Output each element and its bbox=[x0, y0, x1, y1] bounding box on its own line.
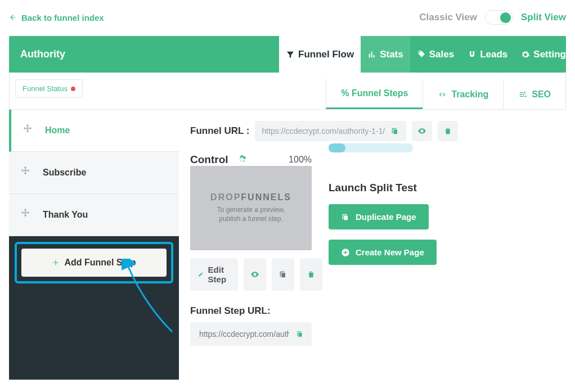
eye-icon bbox=[250, 270, 259, 279]
back-label: Back to funnel index bbox=[21, 13, 104, 22]
delete-step-button[interactable] bbox=[300, 258, 322, 291]
move-icon[interactable] bbox=[21, 123, 34, 138]
tab-funnel-flow[interactable]: Funnel Flow bbox=[279, 36, 361, 73]
add-step-highlight: Add Funnel Step bbox=[15, 242, 173, 283]
plus-circle-icon bbox=[341, 248, 350, 257]
funnel-steps-sidebar: Home Subscribe Thank You Add Funnel Step bbox=[9, 110, 179, 380]
sliders-icon bbox=[518, 90, 527, 99]
trash-icon bbox=[443, 127, 452, 136]
copy-icon bbox=[341, 213, 350, 222]
classic-view-label[interactable]: Classic View bbox=[419, 12, 477, 23]
page-preview: DROPFUNNELS To generate a preview,publis… bbox=[190, 166, 312, 250]
subtab-seo[interactable]: SEO bbox=[503, 79, 565, 109]
view-toggle[interactable] bbox=[485, 10, 513, 25]
funnel-url-field: https://ccdecrypt.com/authority-1-1/ bbox=[255, 121, 406, 141]
tab-leads[interactable]: Leads bbox=[461, 36, 514, 73]
copy-icon[interactable] bbox=[390, 127, 399, 136]
main-panel: Funnel URL : https://ccdecrypt.com/autho… bbox=[179, 110, 566, 380]
funnel-url-value: https://ccdecrypt.com/authority-1-1/ bbox=[262, 127, 385, 136]
split-view-label[interactable]: Split View bbox=[521, 12, 566, 23]
move-icon[interactable] bbox=[19, 208, 32, 222]
view-step-button[interactable] bbox=[244, 258, 266, 291]
split-slider[interactable] bbox=[329, 143, 413, 152]
tab-settings[interactable]: Settings bbox=[514, 36, 575, 73]
preview-button[interactable] bbox=[412, 121, 432, 141]
slider-thumb[interactable] bbox=[329, 143, 345, 152]
subtab-tracking[interactable]: Tracking bbox=[423, 79, 503, 109]
delete-button[interactable] bbox=[438, 121, 458, 141]
refresh-icon bbox=[236, 154, 246, 164]
tag-icon bbox=[417, 50, 426, 59]
arrow-left-icon bbox=[9, 13, 17, 21]
eye-icon bbox=[417, 127, 426, 136]
tab-sales[interactable]: Sales bbox=[410, 36, 461, 73]
edit-icon bbox=[198, 270, 204, 279]
funnel-status-button[interactable]: Funnel Status bbox=[15, 79, 83, 98]
status-dot-icon bbox=[71, 87, 75, 91]
header: Authority Funnel Flow Stats Sales Leads … bbox=[9, 36, 566, 73]
stats-icon bbox=[367, 50, 376, 59]
subtab-funnel-steps[interactable]: % Funnel Steps bbox=[326, 79, 423, 109]
magnet-icon bbox=[468, 50, 477, 59]
control-percent: 100% bbox=[289, 155, 312, 165]
toggle-knob bbox=[500, 12, 511, 23]
step-url-label: Funnel Step URL: bbox=[190, 305, 312, 317]
funnel-step-subscribe[interactable]: Subscribe bbox=[9, 152, 179, 194]
edit-step-button[interactable]: Edit Step bbox=[190, 258, 238, 291]
funnel-url-label: Funnel URL : bbox=[190, 125, 249, 137]
funnel-step-home[interactable]: Home bbox=[9, 110, 179, 152]
filter-icon bbox=[286, 50, 295, 59]
add-funnel-step-button[interactable]: Add Funnel Step bbox=[21, 249, 167, 277]
funnel-step-thankyou[interactable]: Thank You bbox=[9, 194, 179, 236]
move-icon[interactable] bbox=[19, 165, 32, 180]
gear-icon bbox=[521, 50, 530, 59]
refresh-button[interactable] bbox=[236, 154, 246, 166]
launch-split-test-title: Launch Split Test bbox=[329, 182, 437, 194]
copy-icon[interactable] bbox=[296, 330, 304, 339]
step-url-input[interactable] bbox=[198, 329, 290, 339]
copy-icon bbox=[278, 270, 288, 279]
duplicate-page-button[interactable]: Duplicate Page bbox=[329, 204, 429, 229]
duplicate-step-button[interactable] bbox=[272, 258, 294, 291]
code-icon bbox=[438, 90, 447, 99]
back-link[interactable]: Back to funnel index bbox=[9, 13, 104, 22]
sub-header: Funnel Status % Funnel Steps Tracking SE… bbox=[9, 73, 566, 110]
create-new-page-button[interactable]: Create New Page bbox=[329, 240, 437, 265]
trash-icon bbox=[307, 270, 316, 279]
step-url-field bbox=[190, 322, 312, 346]
control-label: Control bbox=[190, 154, 228, 166]
brand-logo: DROPFUNNELS bbox=[210, 192, 291, 202]
plus-icon bbox=[52, 259, 60, 267]
tab-stats[interactable]: Stats bbox=[361, 36, 410, 73]
funnel-title: Authority bbox=[9, 36, 279, 73]
